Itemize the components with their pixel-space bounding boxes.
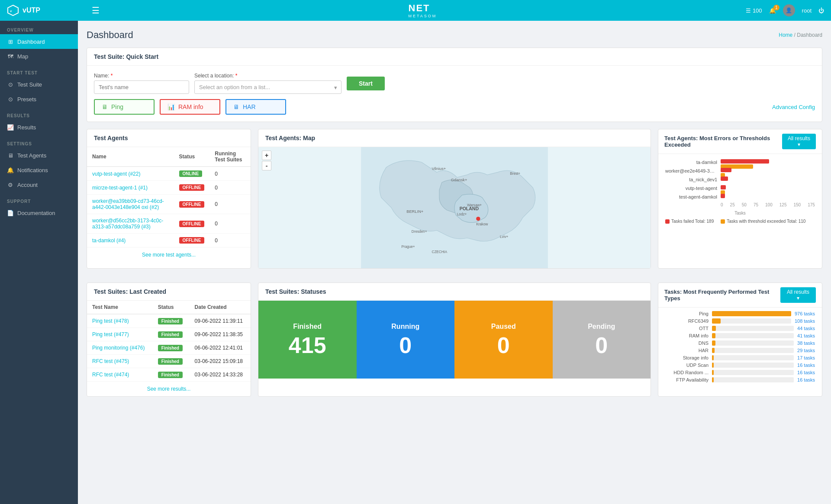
test-name-link[interactable]: Ping test (#478)	[92, 318, 129, 324]
credits[interactable]: ☰ 100	[746, 7, 762, 14]
status-pending: Pending 0	[553, 301, 651, 379]
see-more-agents[interactable]: See more test agents...	[87, 252, 251, 258]
agent-name-link[interactable]: micrze-test-agent-1 (#1)	[92, 185, 148, 191]
task-chart-row: UDP Scan 16 tasks	[665, 363, 815, 368]
x-axis-label: 100	[765, 202, 773, 207]
agent-name: worker@d56cc2bb-3173-4c0c-a313-a57ddc08a…	[87, 214, 174, 234]
task-label: HAR	[665, 348, 709, 353]
task-count: 38 tasks	[797, 340, 815, 346]
username[interactable]: root	[802, 7, 812, 14]
legend-failed: Tasks failed Total: 189	[665, 219, 714, 224]
qs-option-har[interactable]: 🖥 HAR	[225, 99, 286, 115]
qs-option-ping[interactable]: 🖥 Ping	[94, 99, 155, 115]
test-status: Finished	[153, 368, 190, 382]
x-axis-label: 0	[721, 202, 723, 207]
x-axis-label: 75	[754, 202, 758, 207]
sidebar-dashboard-label: Dashboard	[17, 39, 45, 45]
task-label: OTT	[665, 326, 709, 331]
sidebar-item-testagents[interactable]: 🖥 Test Agents	[0, 148, 78, 163]
last-created-card: Test Suites: Last Created Test Name Stat…	[87, 282, 251, 397]
sidebar-item-presets[interactable]: ⊙ Presets	[0, 92, 78, 106]
sidebar-item-account[interactable]: ⚙ Account	[0, 177, 78, 192]
map-card: Test Agents: Map Vilnius+ Gdansk+	[258, 129, 651, 269]
notifications-bell[interactable]: 🔔 1	[769, 7, 776, 14]
notification-count: 1	[773, 5, 779, 10]
agent-name-link[interactable]: worker@ea39bb09-cd73-46cd-a442-0043e148e…	[92, 198, 164, 210]
failed-bar	[721, 168, 731, 172]
chart-bar-container	[721, 168, 815, 174]
sidebar-item-notifications[interactable]: 🔔 Notifications	[0, 163, 78, 177]
agent-table-header-row: Name Status Running Test Suites	[87, 147, 251, 167]
status-badge: ONLINE	[179, 170, 203, 177]
avatar[interactable]: 👤	[783, 4, 795, 16]
test-name: Ping test (#478)	[87, 314, 153, 328]
ping-icon: 🖥	[102, 103, 108, 110]
qs-option-raminfo[interactable]: 📊 RAM info	[160, 99, 220, 115]
task-bar-inner	[712, 318, 721, 324]
test-name: Ping monitoring (#476)	[87, 341, 153, 355]
task-chart-row: RFC6349 108 tasks	[665, 318, 815, 324]
task-types-title: Tasks: Most Frequently Performed Test Ty…	[664, 289, 780, 302]
ping-label: Ping	[111, 103, 123, 110]
chart-row: ta_nick_dev1	[665, 177, 815, 183]
task-bar-inner	[712, 311, 791, 316]
breadcrumb-home[interactable]: Home	[779, 32, 792, 38]
sidebar-testagents-label: Test Agents	[17, 152, 46, 159]
test-name-link[interactable]: RFC test (#474)	[92, 372, 129, 378]
task-bar-inner	[712, 333, 715, 338]
start-button[interactable]: Start	[347, 77, 385, 90]
chart-row: vutp-test-agent	[665, 185, 815, 191]
test-agents-title: Test Agents	[87, 129, 251, 147]
table-row: vutp-test-agent (#22) ONLINE 0	[87, 167, 251, 181]
status-badge: Finished	[158, 345, 183, 351]
task-types-all-results-btn[interactable]: All results ▾	[780, 287, 816, 303]
agent-name: ta-damkol (#4)	[87, 234, 174, 247]
list-item: Ping monitoring (#476) Finished 06-06-20…	[87, 341, 251, 355]
hamburger-icon[interactable]: ☰	[92, 5, 100, 16]
svg-text:Gdansk+: Gdansk+	[451, 178, 467, 182]
chart-bar-container	[721, 177, 815, 183]
quick-start-options-row: 🖥 Ping 📊 RAM info 🖥 HAR Advanced Config	[94, 99, 815, 115]
test-status: Finished	[153, 341, 190, 355]
see-more-results[interactable]: See more results...	[87, 386, 251, 392]
agent-name-link[interactable]: ta-damkol (#4)	[92, 238, 126, 244]
agent-name-link[interactable]: worker@d56cc2bb-3173-4c0c-a313-a57ddc08a…	[92, 218, 163, 230]
advanced-config-link[interactable]: Advanced Config	[772, 104, 815, 110]
sidebar-item-documentation[interactable]: 📄 Documentation	[0, 205, 78, 220]
task-count: 41 tasks	[797, 333, 815, 338]
quick-start-content: Name: * Select a location: * Select an	[87, 66, 822, 122]
task-chart-row: OTT 44 tasks	[665, 326, 815, 331]
status-badge: Finished	[158, 318, 183, 324]
logout-icon[interactable]: ⏻	[818, 7, 824, 14]
test-name-link[interactable]: RFC test (#475)	[92, 358, 129, 364]
test-status: Finished	[153, 328, 190, 341]
sidebar-item-dashboard[interactable]: ⊞ Dashboard	[0, 34, 78, 49]
zoom-in-btn[interactable]: +	[262, 151, 271, 160]
test-name-link[interactable]: Ping monitoring (#476)	[92, 345, 145, 351]
sidebar-item-results[interactable]: 📈 Results	[0, 120, 78, 135]
name-input[interactable]	[94, 80, 189, 94]
logo: v vUTP	[7, 4, 85, 16]
errors-all-results-btn[interactable]: All results ▾	[782, 134, 816, 149]
select-arrow-icon: ▾	[334, 84, 337, 90]
chart-row: ta-damkol	[665, 159, 815, 165]
test-name-link[interactable]: Ping test (#477)	[92, 331, 129, 337]
task-types-header: Tasks: Most Frequently Performed Test Ty…	[658, 283, 822, 308]
status-badge: Finished	[158, 331, 183, 338]
x-axis-label: Tasks	[658, 211, 822, 217]
quick-start-card: Test Suite: Quick Start Name: * Select a…	[87, 48, 822, 122]
task-bar-inner	[712, 348, 715, 353]
quick-start-form-row: Name: * Select a location: * Select an	[94, 73, 815, 94]
task-bar-inner	[712, 377, 714, 382]
zoom-out-btn[interactable]: -	[262, 161, 271, 170]
brand: NET METASOM	[106, 3, 739, 18]
location-select[interactable]: Select an option from a list...	[194, 80, 341, 94]
agent-status: OFFLINE	[174, 195, 210, 214]
agent-name-link[interactable]: vutp-test-agent (#22)	[92, 171, 140, 177]
task-bar-inner	[712, 370, 714, 375]
task-count: 976 tasks	[795, 311, 815, 316]
sidebar-item-map[interactable]: 🗺 Map	[0, 49, 78, 64]
sidebar-item-testsuite[interactable]: ⊙ Test Suite	[0, 77, 78, 92]
task-bar-outer	[712, 333, 794, 338]
list-item: RFC test (#474) Finished 03-06-2022 14:3…	[87, 368, 251, 382]
